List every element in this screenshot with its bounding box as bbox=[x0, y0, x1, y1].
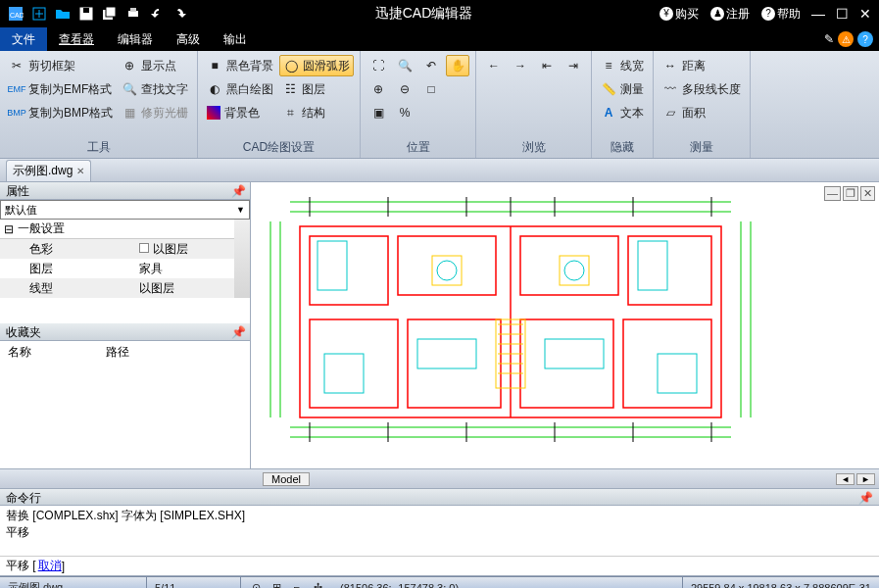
distance-btn[interactable]: ↔距离 bbox=[659, 55, 744, 76]
saveall-icon[interactable] bbox=[99, 3, 121, 24]
svg-rect-6 bbox=[83, 8, 89, 13]
open-icon[interactable] bbox=[52, 3, 73, 24]
ribbon: ✂剪切框架 EMF复制为EMF格式 BMP复制为BMP格式 ⊕显示点 🔍查找文字… bbox=[0, 51, 879, 159]
black-bg[interactable]: ■黑色背景 bbox=[204, 55, 276, 76]
group-position: ⛶ ⊕ ▣ 🔍 ⊖ % ↶ □ ✋ 位置 bbox=[361, 51, 476, 158]
status-dims: 29559.84 x 19818.63 x 7.888609E-31 bbox=[683, 577, 879, 588]
props-header: 属性📌 bbox=[0, 182, 250, 200]
svg-rect-35 bbox=[398, 236, 496, 295]
text-toggle[interactable]: A文本 bbox=[598, 102, 647, 123]
pin-icon[interactable]: 📌 bbox=[231, 182, 246, 200]
undo-icon[interactable] bbox=[146, 3, 168, 24]
close-button[interactable]: ✕ bbox=[855, 6, 875, 22]
cancel-link[interactable]: 取消 bbox=[38, 558, 62, 574]
tab-advanced[interactable]: 高级 bbox=[165, 27, 212, 51]
pen-icon[interactable]: ✎ bbox=[824, 32, 834, 46]
zoom-extents-icon[interactable]: ▣ bbox=[366, 102, 390, 123]
info-icon[interactable]: ? bbox=[857, 31, 873, 47]
nav-right-icon[interactable]: → bbox=[509, 55, 532, 76]
ortho-icon[interactable]: ⌐ bbox=[288, 581, 306, 588]
maximize-button[interactable]: ☐ bbox=[832, 6, 852, 22]
copy-bmp[interactable]: BMP复制为BMP格式 bbox=[6, 102, 116, 123]
titlebar: CAD 迅捷CAD编辑器 ¥购买 ♟注册 ?帮助 — ☐ ✕ bbox=[0, 0, 879, 27]
grid-icon[interactable]: ⊞ bbox=[268, 581, 285, 588]
svg-rect-41 bbox=[623, 319, 711, 408]
tab-next-icon[interactable]: ► bbox=[856, 473, 875, 485]
drawing-canvas[interactable]: — ❐ ✕ bbox=[251, 182, 879, 468]
status-file: 示例图.dwg bbox=[0, 577, 147, 588]
nav-first-icon[interactable]: ⇤ bbox=[535, 55, 559, 76]
props-scrollbar[interactable] bbox=[234, 220, 250, 298]
warn-icon[interactable]: ⚠ bbox=[838, 31, 854, 47]
group-measure: ↔距离 〰多段线长度 ▱面积 测量 bbox=[654, 51, 751, 158]
zoom-region-icon[interactable]: 🔍 bbox=[393, 55, 416, 76]
svg-rect-36 bbox=[310, 319, 398, 408]
save-icon[interactable] bbox=[75, 3, 97, 24]
zoom-window-icon[interactable]: ⛶ bbox=[366, 55, 390, 76]
print-icon[interactable] bbox=[122, 3, 144, 24]
canvas-min-icon[interactable]: — bbox=[824, 186, 841, 201]
smooth-arc[interactable]: ◯圆滑弧形 bbox=[279, 55, 354, 76]
trim-raster[interactable]: ▦修剪光栅 bbox=[119, 102, 191, 123]
minimize-button[interactable]: — bbox=[808, 6, 828, 22]
svg-rect-48 bbox=[324, 354, 364, 393]
copy-emf[interactable]: EMF复制为EMF格式 bbox=[6, 78, 116, 100]
tab-prev-icon[interactable]: ◄ bbox=[836, 473, 855, 485]
svg-rect-39 bbox=[628, 236, 711, 305]
zoom-in-icon[interactable]: ⊕ bbox=[366, 78, 390, 100]
group-cad-settings: ■黑色背景 ◐黑白绘图 背景色 ◯圆滑弧形 ☷图层 ⌗结构 CAD绘图设置 bbox=[198, 51, 361, 158]
pin-icon[interactable]: 📌 bbox=[858, 489, 873, 507]
tab-output[interactable]: 输出 bbox=[212, 27, 259, 51]
fit-icon[interactable]: □ bbox=[419, 78, 443, 100]
measure-toggle[interactable]: 📏测量 bbox=[598, 78, 647, 100]
area-btn[interactable]: ▱面积 bbox=[659, 102, 744, 123]
floorplan-svg bbox=[251, 192, 770, 447]
cmd-header: 命令行📌 bbox=[0, 488, 879, 506]
linewidth-btn[interactable]: ≡线宽 bbox=[598, 55, 647, 76]
pan-icon[interactable]: ✋ bbox=[446, 55, 469, 76]
polar-icon[interactable]: ✢ bbox=[309, 581, 326, 588]
svg-rect-34 bbox=[310, 236, 388, 305]
new-icon[interactable] bbox=[28, 3, 50, 24]
svg-text:CAD: CAD bbox=[10, 12, 24, 19]
zoom-scale-icon[interactable]: % bbox=[393, 102, 416, 123]
clip-frame[interactable]: ✂剪切框架 bbox=[6, 55, 116, 76]
zoom-out-icon[interactable]: ⊖ bbox=[393, 78, 416, 100]
snap-icon[interactable]: ⊙ bbox=[247, 581, 265, 588]
svg-point-45 bbox=[564, 261, 584, 280]
svg-rect-10 bbox=[130, 8, 136, 12]
svg-rect-43 bbox=[638, 241, 667, 290]
canvas-restore-icon[interactable]: ❐ bbox=[843, 186, 858, 201]
polyline-btn[interactable]: 〰多段线长度 bbox=[659, 78, 744, 100]
group-hide: ≡线宽 📏测量 A文本 隐藏 bbox=[592, 51, 654, 158]
group-browse: ← → ⇤ ⇥ 浏览 bbox=[476, 51, 592, 158]
app-title: 迅捷CAD编辑器 bbox=[192, 5, 656, 23]
model-tab[interactable]: Model bbox=[263, 472, 310, 486]
cmd-input[interactable]: 平移 [取消 ] bbox=[0, 557, 879, 576]
model-tabbar: Model ◄► bbox=[0, 468, 879, 488]
status-page: 5/11 bbox=[147, 577, 241, 588]
close-tab-icon[interactable]: ✕ bbox=[76, 166, 84, 176]
bg-color[interactable]: 背景色 bbox=[204, 102, 276, 123]
canvas-close-icon[interactable]: ✕ bbox=[860, 186, 875, 201]
help-button[interactable]: ?帮助 bbox=[757, 6, 805, 23]
pin-icon[interactable]: 📌 bbox=[231, 323, 246, 341]
bw-draw[interactable]: ◐黑白绘图 bbox=[204, 78, 276, 100]
show-point[interactable]: ⊕显示点 bbox=[119, 55, 191, 76]
tab-file[interactable]: 文件 bbox=[0, 27, 47, 51]
redo-icon[interactable] bbox=[170, 3, 191, 24]
tab-editor[interactable]: 编辑器 bbox=[106, 27, 165, 51]
nav-last-icon[interactable]: ⇥ bbox=[562, 55, 585, 76]
find-text[interactable]: 🔍查找文字 bbox=[119, 78, 191, 100]
nav-left-icon[interactable]: ← bbox=[482, 55, 506, 76]
buy-button[interactable]: ¥购买 bbox=[656, 6, 703, 23]
zoom-prev-icon[interactable]: ↶ bbox=[419, 55, 443, 76]
doc-tab[interactable]: 示例图.dwg✕ bbox=[6, 160, 91, 181]
structure-btn[interactable]: ⌗结构 bbox=[279, 102, 354, 123]
register-button[interactable]: ♟注册 bbox=[707, 6, 754, 23]
tab-viewer[interactable]: 查看器 bbox=[47, 27, 106, 51]
doc-tabs: 示例图.dwg✕ bbox=[0, 159, 879, 182]
app-icon: CAD bbox=[5, 3, 26, 24]
layer-btn[interactable]: ☷图层 bbox=[279, 78, 354, 100]
props-combo[interactable]: 默认值▼ bbox=[0, 200, 250, 220]
